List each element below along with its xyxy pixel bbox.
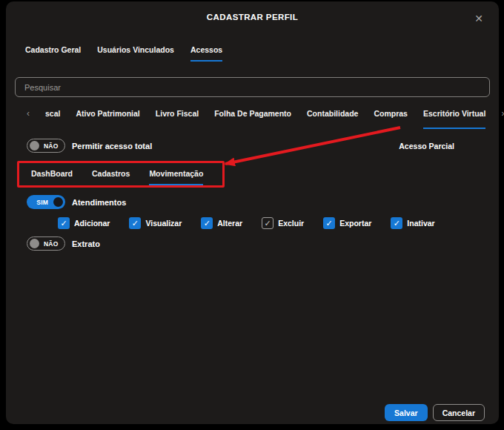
section-tab-cadastros[interactable]: Cadastros	[92, 169, 130, 185]
permission-excluir[interactable]: ✓ Excluir	[262, 217, 304, 229]
toggle-atendimentos[interactable]: SIM	[27, 195, 65, 209]
toggle-knob	[30, 141, 39, 150]
module-tab-fiscal-truncated[interactable]: scal	[45, 109, 60, 129]
toggle-state-label: SIM	[36, 199, 48, 206]
main-tabs: Cadastro Geral Usuários Vinculados Acess…	[25, 45, 490, 62]
acesso-parcial-label: Acesso Parcial	[399, 142, 454, 150]
search-bar	[15, 77, 490, 97]
access-total-row: NÃO Permitir acesso total Acesso Parcial	[27, 139, 478, 153]
permission-label: Alterar	[217, 219, 242, 228]
cadastrar-perfil-modal: CADASTRAR PERFIL ✕ Cadastro Geral Usuári…	[6, 1, 499, 424]
chevron-right-icon[interactable]: ›	[501, 109, 504, 119]
checkbox-checked-icon: ✓	[391, 217, 402, 229]
tab-acessos[interactable]: Acessos	[190, 45, 222, 62]
permission-label: Excluir	[278, 219, 304, 228]
checkbox-checked-icon: ✓	[58, 217, 70, 229]
permitir-acesso-total-label: Permitir acesso total	[72, 142, 152, 150]
atendimentos-label: Atendimentos	[72, 198, 126, 207]
checkbox-checked-icon: ✓	[323, 217, 335, 229]
permissions-row: ✓ Adicionar ✓ Visualizar ✓ Alterar ✓ Exc…	[58, 217, 490, 229]
permission-visualizar[interactable]: ✓ Visualizar	[129, 217, 182, 229]
modal-header: CADASTRAR PERFIL ✕	[15, 1, 490, 35]
modal-footer: Salvar Cancelar	[385, 404, 485, 421]
toggle-permitir-acesso-total[interactable]: NÃO	[27, 139, 65, 153]
permission-inativar[interactable]: ✓ Inativar	[391, 217, 434, 229]
permission-exportar[interactable]: ✓ Exportar	[323, 217, 371, 229]
section-tab-movimentacao[interactable]: Movimentação	[149, 169, 203, 185]
annotation-highlight-box: DashBoard Cadastros Movimentação	[17, 161, 225, 188]
section-tabs: DashBoard Cadastros Movimentação	[31, 169, 203, 185]
page-background: CADASTRAR PERFIL ✕ Cadastro Geral Usuári…	[0, 0, 504, 430]
module-tab-folha-de-pagamento[interactable]: Folha De Pagamento	[214, 109, 291, 129]
tab-cadastro-geral[interactable]: Cadastro Geral	[25, 45, 81, 62]
permission-label: Visualizar	[145, 219, 182, 228]
permission-label: Adicionar	[74, 219, 110, 228]
module-tab-escritorio-virtual[interactable]: Escritório Virtual	[423, 109, 485, 129]
toggle-knob	[53, 197, 63, 207]
toggle-state-label: NÃO	[44, 240, 59, 248]
permission-adicionar[interactable]: ✓ Adicionar	[58, 217, 110, 229]
cancel-button[interactable]: Cancelar	[433, 404, 485, 421]
chevron-left-icon[interactable]: ‹	[27, 109, 30, 119]
checkbox-checked-icon: ✓	[201, 217, 213, 229]
toggle-state-label: NÃO	[44, 142, 59, 150]
checkbox-checked-outline-icon: ✓	[262, 217, 273, 229]
module-tab-strip: ‹ scal Ativo Patrimonial Livro Fiscal Fo…	[27, 109, 490, 129]
extrato-row: NÃO Extrato	[27, 236, 478, 251]
section-tab-dashboard[interactable]: DashBoard	[31, 169, 73, 185]
module-tab-contabilidade[interactable]: Contabilidade	[307, 109, 358, 129]
search-input[interactable]	[15, 77, 490, 97]
permission-label: Exportar	[339, 219, 371, 228]
save-button[interactable]: Salvar	[385, 404, 428, 421]
module-tab-livro-fiscal[interactable]: Livro Fiscal	[156, 109, 199, 129]
atendimentos-row: SIM Atendimentos	[27, 195, 478, 209]
permission-alterar[interactable]: ✓ Alterar	[201, 217, 242, 229]
tab-usuarios-vinculados[interactable]: Usuários Vinculados	[97, 45, 174, 62]
toggle-knob	[30, 239, 39, 248]
checkbox-checked-icon: ✓	[129, 217, 141, 229]
module-tab-ativo-patrimonial[interactable]: Ativo Patrimonial	[76, 109, 139, 129]
module-tab-compras[interactable]: Compras	[374, 109, 408, 129]
modal-title: CADASTRAR PERFIL	[15, 13, 490, 22]
extrato-label: Extrato	[72, 239, 100, 248]
close-icon[interactable]: ✕	[471, 11, 486, 26]
permission-label: Inativar	[407, 219, 434, 228]
toggle-extrato[interactable]: NÃO	[27, 236, 65, 251]
